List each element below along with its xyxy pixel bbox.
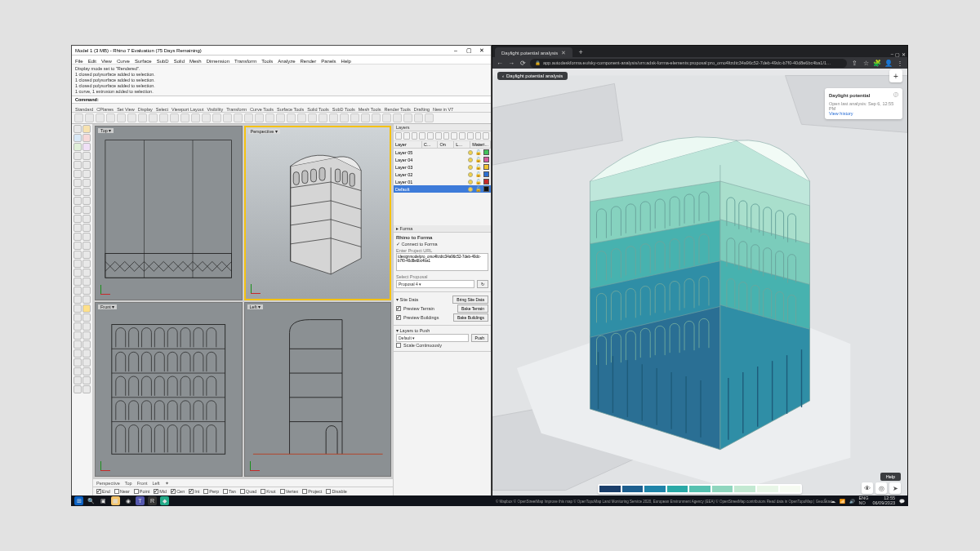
tool-icon[interactable] bbox=[82, 143, 91, 151]
tool-icon[interactable] bbox=[74, 331, 82, 340]
buildings-checkbox[interactable] bbox=[396, 315, 401, 320]
share-icon[interactable]: ⇪ bbox=[850, 59, 858, 67]
viewport-top[interactable]: Top ▾ bbox=[95, 126, 243, 300]
tool-icon[interactable] bbox=[82, 313, 91, 322]
toolbar-icon[interactable] bbox=[287, 113, 296, 122]
tool-icon[interactable] bbox=[82, 376, 91, 384]
view-history-link[interactable]: View history bbox=[829, 111, 853, 116]
layer-tool-icon[interactable] bbox=[412, 132, 418, 140]
tool-icon[interactable] bbox=[82, 269, 91, 277]
tool-icon[interactable] bbox=[74, 313, 82, 322]
tool-icon[interactable] bbox=[74, 125, 82, 133]
tool-icon[interactable] bbox=[82, 251, 91, 259]
tool-icon[interactable] bbox=[74, 322, 82, 331]
tool-icon[interactable] bbox=[74, 197, 82, 205]
tool-icon[interactable] bbox=[82, 331, 91, 340]
menu-transform[interactable]: Transform bbox=[234, 59, 256, 64]
command-line[interactable]: Command: bbox=[72, 96, 491, 104]
osnap-knot[interactable]: Knot bbox=[261, 489, 275, 494]
layer-tool-icon[interactable] bbox=[395, 132, 402, 140]
toolbar-icon[interactable] bbox=[85, 113, 94, 122]
menu-subd[interactable]: SubD bbox=[157, 59, 169, 64]
tool-icon[interactable] bbox=[74, 385, 82, 393]
tool-icon[interactable] bbox=[74, 251, 82, 259]
tool-icon[interactable] bbox=[74, 304, 82, 313]
push-button[interactable]: Push bbox=[471, 334, 488, 342]
viewport-tab[interactable]: Left bbox=[152, 481, 159, 486]
tool-icon[interactable] bbox=[82, 242, 91, 250]
browser-tabstrip[interactable]: Daylight potential analysis ✕ + – ▢ ✕ bbox=[492, 46, 907, 57]
layer-tool-icon[interactable] bbox=[475, 132, 482, 140]
start-button[interactable]: ⊞ bbox=[74, 496, 83, 505]
tool-icon[interactable] bbox=[82, 385, 91, 393]
osnap-near[interactable]: Near bbox=[114, 489, 130, 494]
toolset-tab[interactable]: Select bbox=[156, 107, 168, 112]
maximize-button[interactable]: ▢ bbox=[463, 47, 474, 55]
layer-tool-icon[interactable] bbox=[427, 132, 434, 140]
layer-tool-icon[interactable] bbox=[403, 132, 410, 140]
osnap-cen[interactable]: Cen bbox=[171, 489, 185, 494]
forma-add-button[interactable]: + bbox=[889, 69, 902, 82]
viewport-tab[interactable]: ✦ bbox=[165, 481, 169, 486]
toolbar-icon[interactable] bbox=[425, 113, 434, 122]
tool-icon[interactable] bbox=[74, 179, 82, 187]
layer-tool-icon[interactable] bbox=[435, 132, 442, 140]
layers-toolbar[interactable] bbox=[394, 131, 491, 141]
tool-icon[interactable] bbox=[82, 260, 91, 268]
tool-icon[interactable] bbox=[74, 367, 82, 375]
osnap-tan[interactable]: Tan bbox=[223, 489, 236, 494]
layer-color-swatch[interactable] bbox=[483, 171, 489, 177]
tool-icon[interactable] bbox=[82, 206, 91, 214]
menu-mesh[interactable]: Mesh bbox=[189, 59, 202, 64]
forma-canvas[interactable] bbox=[492, 69, 907, 505]
app-icon[interactable]: ◆ bbox=[160, 496, 169, 505]
rhino-icon[interactable]: R bbox=[148, 496, 157, 505]
menu-edit[interactable]: Edit bbox=[88, 59, 96, 64]
toolbar-icon[interactable] bbox=[149, 113, 158, 122]
menu-icon[interactable]: ⋮ bbox=[896, 59, 904, 67]
toolset-tab[interactable]: Display bbox=[138, 107, 153, 112]
compass-icon[interactable]: ➤ bbox=[889, 482, 901, 494]
toolbar-icon[interactable] bbox=[106, 113, 115, 122]
bulb-icon[interactable] bbox=[468, 187, 473, 192]
bulb-icon[interactable] bbox=[468, 180, 473, 184]
explorer-icon[interactable]: ▦ bbox=[111, 496, 120, 505]
tool-icon[interactable] bbox=[82, 340, 91, 349]
browser-tab[interactable]: Daylight potential analysis ✕ bbox=[495, 47, 572, 57]
menu-help[interactable]: Help bbox=[341, 59, 351, 64]
bring-site-data-button[interactable]: Bring Site Data bbox=[452, 295, 488, 304]
toolset-tab[interactable]: Visibility bbox=[207, 107, 223, 112]
menu-render[interactable]: Render bbox=[301, 59, 317, 64]
toolbar-icon[interactable] bbox=[403, 113, 412, 122]
lock-icon[interactable]: 🔓 bbox=[475, 171, 481, 177]
close-tab-icon[interactable]: ✕ bbox=[561, 50, 566, 56]
rhino-titlebar[interactable]: Model 1 (3 MB) - Rhino 7 Evaluation (75 … bbox=[72, 46, 491, 56]
toolbar-icon[interactable] bbox=[297, 113, 306, 122]
layer-tool-icon[interactable] bbox=[451, 132, 457, 140]
layer-tool-icon[interactable] bbox=[443, 132, 450, 140]
bake-buildings-button[interactable]: Bake Buildings bbox=[453, 313, 488, 322]
toolbar-icon[interactable] bbox=[180, 113, 189, 122]
push-layer-select[interactable]: Default ▾ bbox=[396, 334, 469, 342]
toolbar-icon[interactable] bbox=[202, 113, 211, 122]
toolset-tab[interactable]: Curve Tools bbox=[250, 107, 274, 112]
toolbar-icon[interactable] bbox=[372, 113, 381, 122]
bulb-icon[interactable] bbox=[468, 165, 473, 170]
layer-row[interactable]: Layer 01🔓 bbox=[394, 178, 491, 185]
osnap-perp[interactable]: Perp bbox=[203, 489, 219, 494]
toolbar-icon[interactable] bbox=[117, 113, 126, 122]
tool-icon[interactable] bbox=[82, 287, 91, 295]
toolset-tab[interactable]: CPlanes bbox=[96, 107, 114, 112]
tool-icon[interactable] bbox=[82, 322, 91, 331]
tool-icon[interactable] bbox=[74, 295, 82, 304]
back-button[interactable]: ← bbox=[496, 59, 504, 67]
osnap-disable[interactable]: Disable bbox=[326, 489, 346, 494]
tool-icon[interactable] bbox=[82, 367, 91, 375]
layer-row[interactable]: Layer 02🔓 bbox=[394, 171, 491, 178]
toolbar-icon[interactable] bbox=[265, 113, 274, 122]
color-legend[interactable] bbox=[598, 484, 802, 494]
toolbar-icon[interactable] bbox=[414, 113, 423, 122]
new-tab-button[interactable]: + bbox=[576, 47, 585, 57]
layer-color-swatch[interactable] bbox=[483, 186, 489, 192]
toolbar-icon[interactable] bbox=[96, 113, 105, 122]
